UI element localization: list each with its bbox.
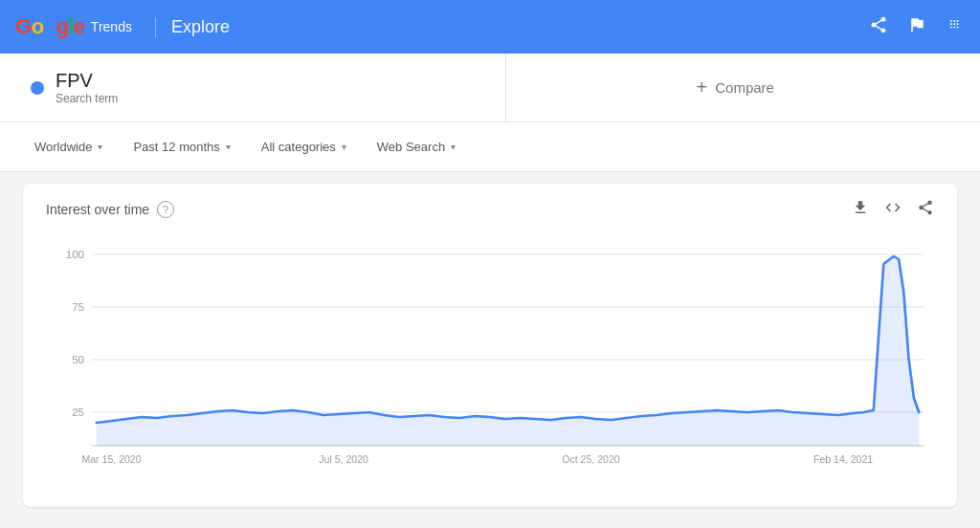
chart-title: Interest over time [46,202,149,217]
compare-box[interactable]: + Compare [506,54,966,121]
chevron-down-icon: ▾ [451,142,456,152]
filter-timerange[interactable]: Past 12 months ▾ [122,134,241,160]
svg-text:Jul 5, 2020: Jul 5, 2020 [319,454,368,465]
download-icon[interactable] [852,199,869,220]
trend-area [97,256,919,446]
chart-header: Interest over time ? [46,199,934,220]
svg-text:Feb 14, 2021: Feb 14, 2021 [813,454,873,465]
search-area: FPV Search term + Compare [0,54,980,122]
search-term-box[interactable]: FPV Search term [15,54,506,121]
trend-line [97,256,919,423]
filter-timerange-label: Past 12 months [133,140,219,154]
app-header: Google Trends Explore [0,0,980,54]
filter-categories-label: All categories [261,140,336,154]
chevron-down-icon: ▾ [98,142,102,152]
chevron-down-icon: ▾ [342,142,346,152]
help-label: ? [163,204,168,215]
svg-text:25: 25 [72,407,84,418]
share-icon[interactable] [869,15,888,39]
chevron-down-icon: ▾ [226,142,231,152]
compare-plus-icon: + [697,77,708,99]
chart-title-area: Interest over time ? [46,201,174,218]
google-logo-text: Google [15,14,85,39]
chart-card: Interest over time ? [23,184,957,507]
header-left: Google Trends Explore [15,14,230,39]
term-type: Search term [56,92,118,105]
share-icon[interactable] [917,199,934,220]
term-info: FPV Search term [56,70,118,105]
google-trends-logo: Google Trends [15,14,132,39]
filter-searchtype[interactable]: Web Search ▾ [366,134,467,160]
grid-icon[interactable] [946,15,965,39]
filter-searchtype-label: Web Search [377,140,445,154]
filter-location-label: Worldwide [34,140,92,154]
svg-text:Mar 15, 2020: Mar 15, 2020 [82,454,142,465]
explore-label: Explore [155,17,230,37]
chart-svg-container: 100 75 50 25 Mar 15, 2020 Jul 5, 2020 Oc… [46,235,934,484]
term-dot [31,81,44,95]
svg-text:100: 100 [66,249,84,260]
term-name: FPV [56,70,118,92]
compare-label: Compare [715,79,774,96]
svg-text:Oct 25, 2020: Oct 25, 2020 [562,454,620,465]
header-icons [869,15,965,39]
trends-logo-text: Trends [91,19,132,34]
filter-location[interactable]: Worldwide ▾ [23,134,114,160]
embed-icon[interactable] [884,199,902,220]
chart-actions [852,199,934,220]
filter-categories[interactable]: All categories ▾ [250,134,358,160]
svg-text:50: 50 [72,354,84,365]
interest-over-time-chart: 100 75 50 25 Mar 15, 2020 Jul 5, 2020 Oc… [46,235,934,484]
chart-container: Interest over time ? [0,172,980,518]
help-icon[interactable]: ? [157,201,174,218]
svg-text:75: 75 [72,301,84,313]
flag-icon[interactable] [907,15,926,39]
filter-bar: Worldwide ▾ Past 12 months ▾ All categor… [0,122,980,172]
